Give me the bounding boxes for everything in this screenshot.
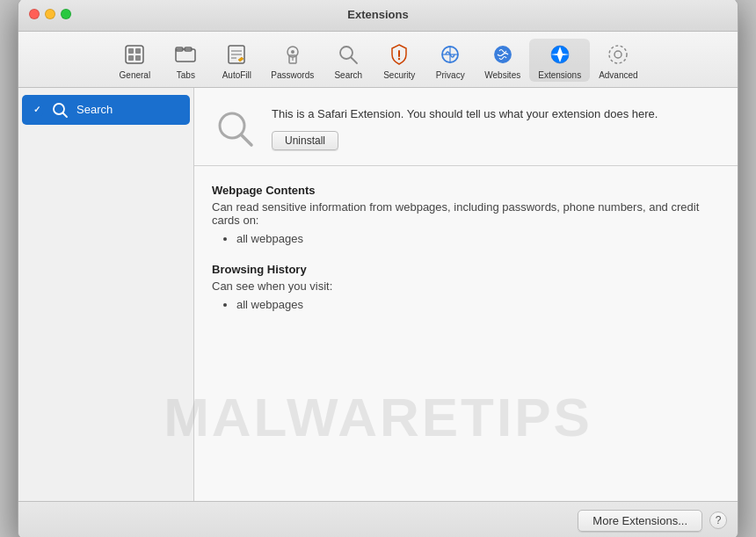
window-title: Extensions [347,8,408,21]
svg-rect-1 [128,48,134,54]
sidebar-item-search-ext[interactable]: Search [22,95,190,125]
toolbar: General Tabs [18,32,738,88]
svg-point-27 [609,46,627,63]
toolbar-item-privacy[interactable]: Privacy [425,39,476,82]
main-content: MALWARETIPS Search [18,88,738,501]
toolbar-item-general[interactable]: General [109,39,160,82]
permission-webpage-desc: Can read sensitive information from webp… [212,200,720,227]
traffic-lights [29,9,71,19]
toolbar-item-extensions[interactable]: Extensions [529,39,590,82]
toolbar-general-label: General [120,70,151,80]
toolbar-item-passwords[interactable]: Passwords [262,39,323,82]
toolbar-item-autofill[interactable]: AutoFill [211,39,262,82]
permission-webpage-list: all webpages [212,232,720,245]
extension-header: This is a Safari Extension. You should t… [194,88,738,166]
sidebar: Search [18,88,194,501]
toolbar-item-search[interactable]: Search [323,39,374,82]
privacy-icon [436,40,464,69]
toolbar-passwords-label: Passwords [271,70,314,80]
toolbar-item-websites[interactable]: Websites [476,39,529,82]
permission-webpage-title: Webpage Contents [212,184,720,197]
tabs-icon [171,40,200,69]
autofill-icon [222,40,251,69]
toolbar-advanced-label: Advanced [599,70,637,80]
uninstall-button[interactable]: Uninstall [272,131,338,150]
svg-rect-0 [126,46,143,63]
main-window: Extensions General [18,0,738,537]
extension-info: This is a Safari Extension. You should t… [272,105,720,151]
extension-description: This is a Safari Extension. You should t… [272,105,720,123]
websites-icon [489,40,517,69]
toolbar-item-security[interactable]: Security [374,39,425,82]
general-icon [120,40,149,69]
svg-line-29 [63,112,68,117]
help-button[interactable]: ? [709,512,727,529]
titlebar: Extensions [18,0,738,32]
svg-rect-2 [128,55,134,61]
sidebar-ext-icon [50,100,69,120]
svg-point-26 [614,51,622,58]
extensions-icon [546,40,574,69]
maximize-button[interactable] [61,9,71,19]
list-item: all webpages [236,232,720,245]
permission-browsing-history: Browsing History Can see when you visit:… [212,263,720,311]
toolbar-autofill-label: AutoFill [222,70,251,80]
sidebar-ext-label: Search [76,103,113,116]
list-item: all webpages [236,298,720,311]
toolbar-websites-label: Websites [484,70,520,80]
svg-line-31 [242,134,252,145]
extension-checkbox[interactable] [31,104,43,116]
advanced-icon [604,40,632,69]
svg-rect-3 [135,48,141,54]
close-button[interactable] [29,9,40,19]
search-toolbar-icon [334,40,362,69]
svg-line-17 [352,57,358,63]
extension-body: Webpage Contents Can read sensitive info… [194,166,738,501]
security-icon [385,40,413,69]
svg-rect-4 [135,55,141,61]
svg-point-13 [291,50,294,54]
toolbar-security-label: Security [383,70,415,80]
toolbar-item-tabs[interactable]: Tabs [160,39,211,82]
toolbar-tabs-label: Tabs [177,70,195,80]
toolbar-extensions-label: Extensions [538,70,581,80]
permission-history-desc: Can see when you visit: [212,279,720,293]
detail-panel: This is a Safari Extension. You should t… [194,88,738,501]
svg-point-19 [398,57,400,59]
toolbar-privacy-label: Privacy [436,70,465,80]
permission-webpage-contents: Webpage Contents Can read sensitive info… [212,184,720,245]
toolbar-search-label: Search [334,70,362,80]
permission-history-title: Browsing History [212,263,720,276]
passwords-icon [279,40,307,69]
footer: More Extensions... ? [18,501,738,538]
permission-history-list: all webpages [212,298,720,311]
extension-icon [212,105,258,151]
minimize-button[interactable] [45,9,55,19]
more-extensions-button[interactable]: More Extensions... [578,510,702,532]
toolbar-item-advanced[interactable]: Advanced [590,39,646,82]
